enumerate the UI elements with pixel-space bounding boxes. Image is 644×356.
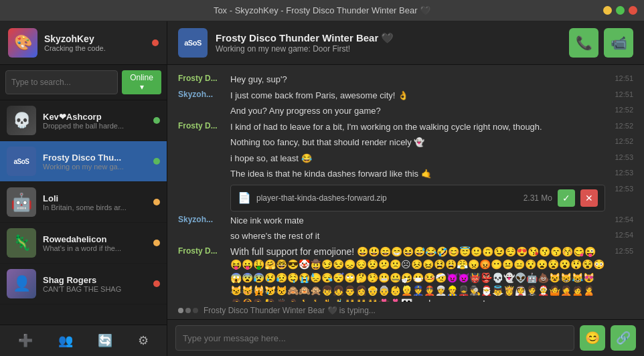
contact-info-loli: Loli In Britain, some birds ar... bbox=[43, 193, 147, 211]
contact-preview-loli: In Britain, some birds ar... bbox=[43, 203, 147, 211]
typing-dot-1 bbox=[178, 308, 183, 313]
contact-name-shag: Shag Rogers bbox=[43, 275, 147, 285]
profile-status: Cracking the code. bbox=[44, 44, 145, 52]
message-time: 12:55 bbox=[611, 246, 633, 255]
contact-avatar-loli: 🤖 bbox=[7, 187, 36, 217]
close-button[interactable] bbox=[629, 6, 637, 15]
chat-area: aSoS Frosty Disco Thunder Winter Bear 🖤 … bbox=[167, 21, 644, 356]
file-name: player-that-kinda-dashes-forward.zip bbox=[256, 192, 518, 204]
message-content: i hope so, at least 😂 bbox=[230, 152, 605, 165]
sidebar: 🎨 SkyzohKey Cracking the code. Online ▾ … bbox=[0, 21, 167, 356]
requests-button[interactable]: 🔄 bbox=[92, 331, 118, 351]
chat-header-status: Working on my new game: Door First! bbox=[216, 44, 561, 54]
search-input[interactable] bbox=[5, 70, 118, 94]
maximize-button[interactable] bbox=[616, 6, 625, 15]
contact-preview-shag: CAN'T BAG THE SHAG bbox=[43, 285, 147, 293]
call-button[interactable]: 📞 bbox=[569, 28, 598, 58]
message-content: Hey guy, sup'? bbox=[230, 73, 605, 86]
contact-preview-kev: Dropped the ball harde... bbox=[43, 122, 147, 130]
titlebar-controls bbox=[603, 6, 637, 15]
file-size: 2.31 Mo bbox=[524, 192, 552, 204]
profile-info: SkyzohKey Cracking the code. bbox=[44, 33, 145, 52]
typing-dots bbox=[178, 308, 198, 313]
message-time: 12:53 bbox=[611, 167, 633, 177]
contact-status-kev bbox=[153, 117, 160, 124]
contact-name-roweda: Rowedahelicon bbox=[43, 234, 147, 244]
contact-name-frosty: Frosty Disco Thu... bbox=[43, 153, 147, 163]
contacts-button[interactable]: 👥 bbox=[53, 331, 78, 351]
contact-name-loli: Loli bbox=[43, 193, 147, 203]
file-icon: 📄 bbox=[238, 190, 251, 206]
contact-item-frosty[interactable]: aSoS Frosty Disco Thu... Working on my n… bbox=[0, 141, 167, 182]
sidebar-bottom: ➕ 👥 🔄 ⚙ bbox=[0, 325, 167, 356]
message-time: 12:51 bbox=[611, 73, 633, 82]
file-attachment: 📄 player-that-kinda-dashes-forward.zip 2… bbox=[230, 185, 605, 211]
chat-header-actions: 📞 📹 bbox=[569, 28, 633, 58]
contact-item-shag[interactable]: 👤 Shag Rogers CAN'T BAG THE SHAG bbox=[0, 264, 167, 304]
message-content: And you? Any progress on your game? bbox=[230, 104, 605, 118]
file-accept-button[interactable]: ✓ bbox=[558, 189, 575, 207]
message-sender: Skyzoh... bbox=[178, 89, 225, 99]
chat-header: aSoS Frosty Disco Thunder Winter Bear 🖤 … bbox=[167, 21, 644, 65]
message-content: Nothing too fancy, but that should rende… bbox=[230, 136, 605, 149]
typing-dot-2 bbox=[185, 308, 191, 313]
message-row: Frosty D... i hope so, at least 😂 12:53 bbox=[178, 152, 633, 165]
typing-dot-3 bbox=[193, 308, 198, 313]
contact-avatar-frosty: aSoS bbox=[7, 147, 36, 176]
online-status-button[interactable]: Online ▾ bbox=[122, 70, 161, 94]
message-sender: Frosty D... bbox=[178, 120, 225, 130]
emoji-button[interactable]: 😊 bbox=[580, 325, 605, 351]
file-reject-button[interactable]: ✕ bbox=[580, 189, 598, 207]
contact-item-loli[interactable]: 🤖 Loli In Britain, some birds ar... bbox=[0, 182, 167, 223]
settings-button[interactable]: ⚙ bbox=[133, 331, 154, 351]
contact-info-kev: Kev❤Ashcorp Dropped the ball harde... bbox=[43, 112, 147, 130]
message-content: I kind of had to leave for a bit, I'm wo… bbox=[230, 120, 605, 134]
message-time: 12:53 bbox=[611, 152, 633, 161]
message-row-emoji: Frosty D... With full support for emojio… bbox=[178, 246, 633, 302]
message-sender: Frosty D... bbox=[178, 73, 225, 83]
message-row: Skyzoh... I just come back from Paris, a… bbox=[178, 89, 633, 102]
contact-info-frosty: Frosty Disco Thu... Working on my new ga… bbox=[43, 153, 147, 171]
titlebar-title: Tox - SkyzohKey - Frosty Disco Thunder W… bbox=[214, 5, 430, 15]
attach-button[interactable]: 🔗 bbox=[611, 325, 636, 351]
contact-item-roweda[interactable]: 🦎 Rowedahelicon What's in a word if the.… bbox=[0, 223, 167, 264]
contact-status-loli bbox=[153, 199, 160, 205]
contact-status-roweda bbox=[153, 240, 160, 246]
typing-area: Frosty Disco Thunder Winter Bear 🖤 is ty… bbox=[167, 302, 644, 319]
contact-avatar-roweda: 🦎 bbox=[7, 228, 36, 258]
contact-name-kev: Kev❤Ashcorp bbox=[43, 112, 147, 122]
message-content: Nice ink work mate bbox=[230, 214, 605, 228]
video-button[interactable]: 📹 bbox=[604, 28, 633, 58]
contact-avatar-shag: 👤 bbox=[7, 269, 36, 298]
contact-preview-roweda: What's in a word if the... bbox=[43, 244, 147, 252]
chat-header-name: Frosty Disco Thunder Winter Bear 🖤 bbox=[216, 32, 561, 44]
contact-avatar-kev: 💀 bbox=[7, 106, 36, 135]
contact-status-frosty bbox=[153, 158, 160, 165]
minimize-button[interactable] bbox=[603, 6, 612, 15]
input-area: 😊 🔗 bbox=[167, 319, 644, 356]
message-row: Frosty D... Hey guy, sup'? 12:51 bbox=[178, 73, 633, 86]
message-row-file: Frosty D... 📄 player-that-kinda-dashes-f… bbox=[178, 183, 633, 211]
message-time: 12:54 bbox=[611, 214, 633, 224]
message-time: 12:52 bbox=[611, 136, 633, 145]
messages-area: Frosty D... Hey guy, sup'? 12:51 Skyzoh.… bbox=[167, 65, 644, 302]
profile-avatar: 🎨 bbox=[8, 28, 37, 58]
message-time: 12:54 bbox=[611, 230, 633, 239]
message-time: 12:51 bbox=[611, 89, 633, 98]
contact-item-kev[interactable]: 💀 Kev❤Ashcorp Dropped the ball harde... bbox=[0, 100, 167, 141]
contact-info-shag: Shag Rogers CAN'T BAG THE SHAG bbox=[43, 275, 147, 293]
message-row: Frosty D... I kind of had to leave for a… bbox=[178, 120, 633, 134]
search-area: Online ▾ bbox=[0, 65, 167, 100]
message-sender: Skyzoh... bbox=[178, 214, 225, 224]
add-contact-button[interactable]: ➕ bbox=[13, 331, 38, 351]
message-time: 12:52 bbox=[611, 120, 633, 130]
message-row: Skyzoh... Nice ink work mate 12:54 bbox=[178, 214, 633, 228]
main-layout: 🎨 SkyzohKey Cracking the code. Online ▾ … bbox=[0, 21, 644, 356]
contact-list: 💀 Kev❤Ashcorp Dropped the ball harde... … bbox=[0, 100, 167, 325]
message-time: 12:52 bbox=[611, 104, 633, 114]
chat-header-avatar: aSoS bbox=[178, 28, 208, 58]
message-input[interactable] bbox=[175, 325, 574, 351]
message-row: Frosty D... Nothing too fancy, but that … bbox=[178, 136, 633, 149]
message-content: I just come back from Paris, awesome cit… bbox=[230, 89, 605, 102]
titlebar: Tox - SkyzohKey - Frosty Disco Thunder W… bbox=[0, 0, 644, 21]
